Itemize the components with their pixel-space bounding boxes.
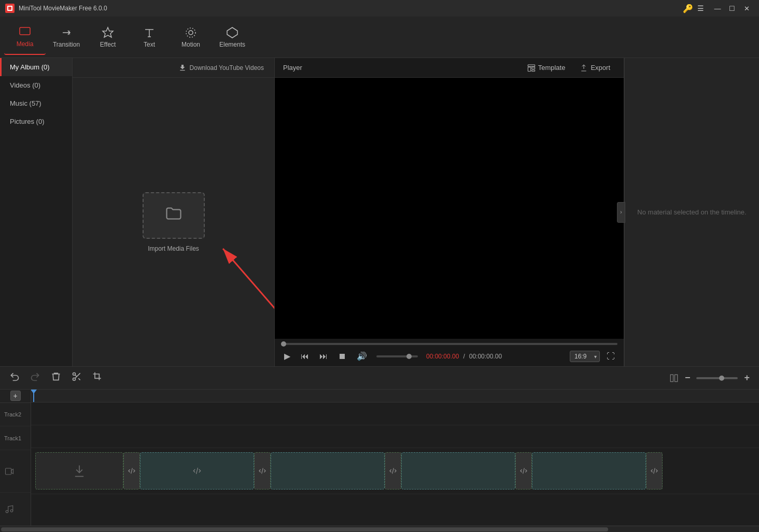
track2-row	[31, 402, 759, 425]
elements-icon	[226, 26, 238, 39]
media-clip-icon-1	[192, 466, 202, 476]
import-media-box[interactable]	[143, 192, 205, 239]
collapse-panel-button[interactable]: ›	[617, 202, 625, 223]
transition-clip-icon-5	[650, 467, 658, 475]
transition-clip-icon-4	[519, 467, 528, 475]
text-icon	[143, 26, 156, 39]
track-content	[31, 390, 759, 526]
audio-track-icon[interactable]	[4, 504, 15, 514]
titlebar: MiniTool MovieMaker Free 6.0.0 🔑 ☰ — ☐ ✕	[0, 0, 759, 17]
media-clip-3[interactable]	[401, 452, 515, 490]
download-youtube-button[interactable]: Download YouTube Videos	[174, 62, 268, 74]
export-button[interactable]: Export	[574, 62, 615, 74]
prev-frame-button[interactable]: ⏮	[298, 351, 312, 362]
columns-icon	[669, 373, 679, 383]
zoom-in-button[interactable]: +	[741, 370, 753, 385]
media-clip-2[interactable]	[271, 452, 385, 490]
zoom-control: − +	[669, 370, 753, 385]
transition-clip-icon-2	[258, 467, 266, 475]
play-button[interactable]: ▶	[281, 350, 293, 362]
svg-point-3	[186, 28, 195, 37]
main-area: My Album (0) Videos (0) Music (57) Pictu…	[0, 58, 759, 366]
track-label-audio	[0, 493, 31, 526]
transition-clip-5[interactable]	[646, 452, 663, 490]
toolbar-item-elements[interactable]: Elements	[212, 20, 253, 55]
transition-clip-2[interactable]	[254, 452, 271, 490]
import-clip-icon	[72, 464, 87, 478]
minimize-button[interactable]: —	[710, 3, 725, 13]
track-label-track1: Track1	[0, 426, 31, 450]
sidebar-item-pictures[interactable]: Pictures (0)	[0, 112, 72, 131]
volume-slider[interactable]	[376, 355, 418, 357]
export-icon	[580, 64, 588, 72]
template-icon	[527, 64, 536, 72]
media-clip-4[interactable]	[532, 452, 646, 490]
timeline-ruler	[31, 390, 759, 402]
left-panel: My Album (0) Videos (0) Music (57) Pictu…	[0, 58, 275, 366]
sidebar: My Album (0) Videos (0) Music (57) Pictu…	[0, 58, 73, 366]
svg-point-7	[73, 373, 76, 376]
video-track-icon[interactable]	[4, 466, 15, 477]
maximize-button[interactable]: ☐	[725, 3, 739, 13]
import-clip[interactable]	[35, 452, 123, 490]
timeline-scrollbar[interactable]	[0, 526, 759, 532]
sidebar-item-my-album[interactable]: My Album (0)	[0, 58, 72, 76]
track-label-track2: Track2	[0, 403, 31, 427]
svg-point-12	[6, 510, 8, 513]
delete-button[interactable]	[48, 369, 64, 386]
undo-button[interactable]	[6, 369, 23, 386]
toolbar-item-motion[interactable]: Motion	[170, 20, 212, 55]
add-track-button[interactable]: +	[10, 391, 21, 401]
toolbar-label-motion: Motion	[181, 41, 200, 48]
fullscreen-button[interactable]: ⛶	[604, 351, 617, 362]
track-label-header: +	[0, 390, 31, 403]
timeline-toolbar: − +	[0, 367, 759, 390]
toolbar-item-effect[interactable]: Effect	[87, 20, 129, 55]
toolbar-label-text: Text	[144, 41, 155, 48]
media-clip-1[interactable]	[140, 452, 254, 490]
time-separator: /	[463, 353, 465, 360]
volume-button[interactable]: 🔊	[354, 350, 370, 362]
toolbar-label-elements: Elements	[219, 41, 245, 48]
svg-point-2	[189, 31, 193, 35]
redo-button[interactable]	[27, 369, 44, 386]
transition-clip-icon-3	[389, 467, 397, 475]
transition-clip-3[interactable]	[385, 452, 401, 490]
audio-track-row	[31, 494, 759, 526]
progress-bar[interactable]	[281, 343, 617, 345]
svg-marker-1	[103, 27, 113, 37]
media-topbar: Download YouTube Videos	[73, 58, 274, 78]
toolbar-item-text[interactable]: Text	[129, 20, 170, 55]
transition-clip-4[interactable]	[515, 452, 532, 490]
player-panel: Player Template Export	[275, 58, 624, 366]
sidebar-item-videos[interactable]: Videos (0)	[0, 76, 72, 94]
stop-button[interactable]: ⏹	[335, 351, 349, 362]
zoom-slider[interactable]	[696, 377, 738, 379]
transition-clip-1[interactable]	[123, 452, 140, 490]
menu-icon[interactable]: ☰	[697, 4, 704, 12]
main-video-track	[31, 448, 759, 494]
aspect-ratio-select[interactable]: 16:9 9:16 4:3 1:1	[570, 351, 600, 362]
next-frame-button[interactable]: ⏭	[316, 351, 331, 362]
redo-icon	[30, 371, 40, 382]
sidebar-item-music[interactable]: Music (57)	[0, 94, 72, 112]
template-button[interactable]: Template	[522, 62, 571, 74]
motion-icon	[185, 26, 197, 39]
svg-point-8	[73, 378, 76, 381]
transition-icon	[60, 26, 73, 39]
delete-icon	[51, 371, 61, 382]
crop-button[interactable]	[89, 369, 106, 386]
current-time: 00:00:00.00	[426, 353, 459, 360]
no-material-message: No material selected on the timeline.	[637, 208, 746, 216]
svg-rect-0	[20, 27, 30, 35]
download-btn-label: Download YouTube Videos	[190, 64, 264, 71]
playhead[interactable]	[33, 390, 34, 402]
close-button[interactable]: ✕	[739, 3, 754, 13]
scissors-icon	[72, 371, 82, 382]
cut-button[interactable]	[68, 369, 85, 386]
track-label-video	[0, 450, 31, 493]
toolbar-item-transition[interactable]: Transition	[46, 20, 87, 55]
toolbar-item-media[interactable]: Media	[4, 20, 46, 55]
zoom-out-button[interactable]: −	[682, 370, 694, 385]
svg-rect-9	[670, 375, 673, 382]
